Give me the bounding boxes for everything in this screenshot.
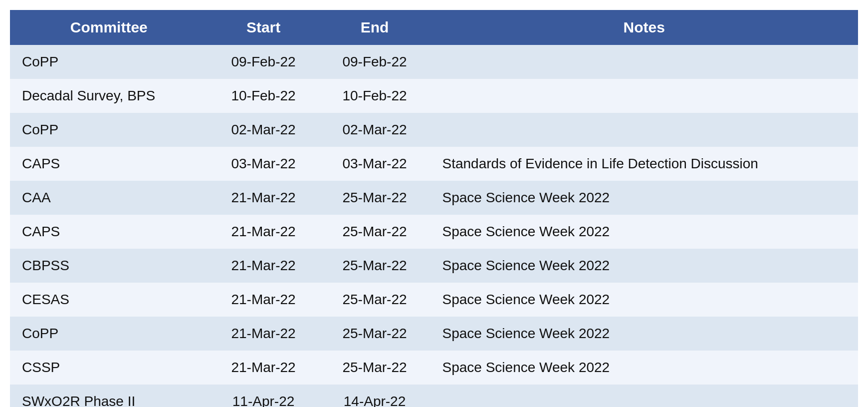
cell-end: 25-Mar-22 xyxy=(319,215,431,249)
cell-notes: Space Science Week 2022 xyxy=(430,351,858,385)
cell-notes xyxy=(430,385,858,407)
cell-start: 21-Mar-22 xyxy=(208,181,319,215)
cell-start: 21-Mar-22 xyxy=(208,215,319,249)
cell-start: 02-Mar-22 xyxy=(208,113,319,147)
table-row: CSSP21-Mar-2225-Mar-22Space Science Week… xyxy=(10,351,858,385)
table-row: CAPS21-Mar-2225-Mar-22Space Science Week… xyxy=(10,215,858,249)
table-body: CoPP09-Feb-2209-Feb-22Decadal Survey, BP… xyxy=(10,45,858,407)
cell-start: 21-Mar-22 xyxy=(208,249,319,283)
cell-committee: Decadal Survey, BPS xyxy=(10,79,208,113)
table-row: CBPSS21-Mar-2225-Mar-22Space Science Wee… xyxy=(10,249,858,283)
cell-committee: CSSP xyxy=(10,351,208,385)
cell-committee: CoPP xyxy=(10,113,208,147)
cell-committee: CAPS xyxy=(10,147,208,181)
cell-start: 10-Feb-22 xyxy=(208,79,319,113)
cell-notes xyxy=(430,113,858,147)
cell-start: 21-Mar-22 xyxy=(208,317,319,351)
cell-start: 21-Mar-22 xyxy=(208,351,319,385)
cell-end: 14-Apr-22 xyxy=(319,385,431,407)
cell-end: 02-Mar-22 xyxy=(319,113,431,147)
main-container: Committee Start End Notes CoPP09-Feb-220… xyxy=(10,10,858,407)
cell-notes xyxy=(430,45,858,79)
table-row: CAPS03-Mar-2203-Mar-22Standards of Evide… xyxy=(10,147,858,181)
schedule-table: Committee Start End Notes CoPP09-Feb-220… xyxy=(10,10,858,407)
cell-start: 21-Mar-22 xyxy=(208,283,319,317)
table-row: CESAS21-Mar-2225-Mar-22Space Science Wee… xyxy=(10,283,858,317)
cell-start: 03-Mar-22 xyxy=(208,147,319,181)
cell-start: 11-Apr-22 xyxy=(208,385,319,407)
cell-end: 25-Mar-22 xyxy=(319,283,431,317)
cell-notes: Standards of Evidence in Life Detection … xyxy=(430,147,858,181)
cell-notes: Space Science Week 2022 xyxy=(430,215,858,249)
table-row: CAA21-Mar-2225-Mar-22Space Science Week … xyxy=(10,181,858,215)
header-end: End xyxy=(319,10,431,45)
cell-end: 09-Feb-22 xyxy=(319,45,431,79)
cell-end: 03-Mar-22 xyxy=(319,147,431,181)
header-committee: Committee xyxy=(10,10,208,45)
cell-start: 09-Feb-22 xyxy=(208,45,319,79)
cell-committee: CAA xyxy=(10,181,208,215)
cell-committee: CAPS xyxy=(10,215,208,249)
cell-committee: CoPP xyxy=(10,317,208,351)
table-row: CoPP09-Feb-2209-Feb-22 xyxy=(10,45,858,79)
cell-notes xyxy=(430,79,858,113)
cell-committee: CBPSS xyxy=(10,249,208,283)
table-header-row: Committee Start End Notes xyxy=(10,10,858,45)
table-row: SWxO2R Phase II11-Apr-2214-Apr-22 xyxy=(10,385,858,407)
table-row: CoPP02-Mar-2202-Mar-22 xyxy=(10,113,858,147)
cell-notes: Space Science Week 2022 xyxy=(430,249,858,283)
cell-end: 25-Mar-22 xyxy=(319,249,431,283)
cell-notes: Space Science Week 2022 xyxy=(430,283,858,317)
cell-committee: CESAS xyxy=(10,283,208,317)
header-notes: Notes xyxy=(430,10,858,45)
cell-notes: Space Science Week 2022 xyxy=(430,181,858,215)
cell-end: 25-Mar-22 xyxy=(319,317,431,351)
cell-end: 25-Mar-22 xyxy=(319,181,431,215)
table-row: CoPP21-Mar-2225-Mar-22Space Science Week… xyxy=(10,317,858,351)
cell-end: 10-Feb-22 xyxy=(319,79,431,113)
cell-committee: CoPP xyxy=(10,45,208,79)
header-start: Start xyxy=(208,10,319,45)
table-row: Decadal Survey, BPS10-Feb-2210-Feb-22 xyxy=(10,79,858,113)
cell-committee: SWxO2R Phase II xyxy=(10,385,208,407)
cell-end: 25-Mar-22 xyxy=(319,351,431,385)
cell-notes: Space Science Week 2022 xyxy=(430,317,858,351)
